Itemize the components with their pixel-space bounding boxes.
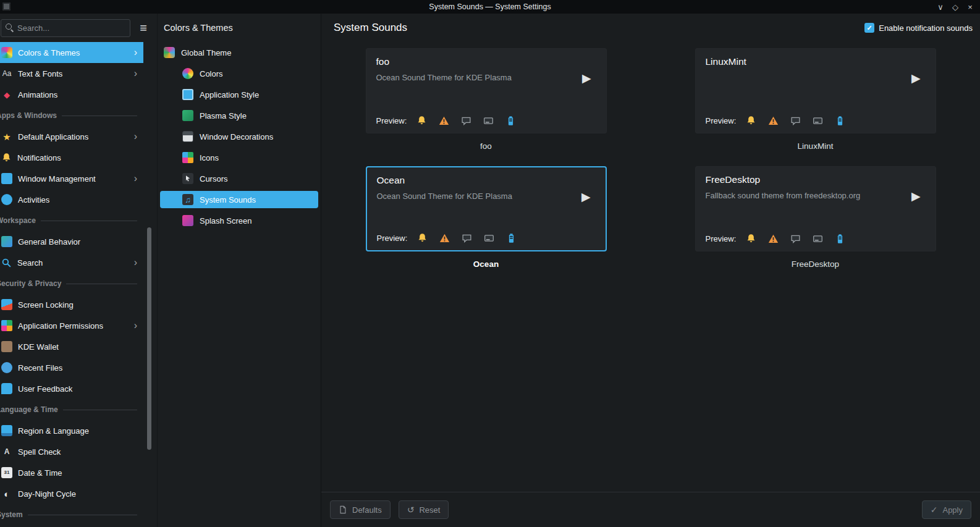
section-label: Workspace xyxy=(0,216,36,225)
reset-button[interactable]: ↺ Reset xyxy=(399,500,449,519)
sidebar-item-label: Region & Language xyxy=(18,426,89,436)
warning-icon[interactable] xyxy=(439,116,449,126)
sidebar-item-spell-check[interactable]: A Spell Check xyxy=(0,441,143,462)
sidebar-item-label: Text & Fonts xyxy=(18,69,62,78)
bell-icon[interactable] xyxy=(416,116,427,126)
sidebar-item-default-applications[interactable]: ★ Default Applications › xyxy=(0,126,143,147)
sidebar-item-label: Window Management xyxy=(18,174,96,183)
grid-cell: LinuxMint ▶ Preview: LinuxMint xyxy=(695,48,936,151)
palette-icon xyxy=(1,47,12,58)
battery-icon[interactable] xyxy=(835,116,845,126)
search-input[interactable] xyxy=(1,19,130,37)
general-behavior-icon xyxy=(1,236,12,247)
subpanel-item-label: Icons xyxy=(200,153,219,162)
sound-theme-card-freedesktop[interactable]: FreeDesktop Fallback sound theme from fr… xyxy=(695,166,936,251)
subpanel-item-label: Application Style xyxy=(200,90,259,99)
subpanel-item-splash-screen[interactable]: Splash Screen xyxy=(158,210,321,231)
close-icon[interactable]: × xyxy=(963,2,978,12)
bell-icon[interactable] xyxy=(746,234,756,244)
speech-bubble-icon[interactable] xyxy=(790,116,801,126)
preview-row: Preview: xyxy=(377,233,517,243)
preview-row: Preview: xyxy=(706,234,846,244)
checkbox-label: Enable notification sounds xyxy=(879,23,973,33)
sound-theme-card-linuxmint[interactable]: LinuxMint ▶ Preview: xyxy=(695,48,936,133)
subpanel-item-application-style[interactable]: Application Style xyxy=(158,84,321,105)
sidebar-item-recent-files[interactable]: Recent Files xyxy=(0,357,143,378)
play-button[interactable]: ▶ xyxy=(581,190,591,204)
search-icon xyxy=(6,23,12,30)
sidebar-item-region-language[interactable]: Region & Language xyxy=(0,420,143,441)
dialog-icon[interactable] xyxy=(484,233,494,243)
sidebar-toolbar: ≡ xyxy=(0,14,157,42)
sidebar-item-day-night-cycle[interactable]: ◐ Day-Night Cycle xyxy=(0,483,143,504)
subpanel-item-cursors[interactable]: Cursors xyxy=(158,168,321,189)
section-divider xyxy=(62,116,137,116)
sidebar-item-search[interactable]: Search › xyxy=(0,252,143,273)
warning-icon[interactable] xyxy=(768,116,779,126)
subpanel-item-icons[interactable]: Icons xyxy=(158,147,321,168)
sidebar-item-application-permissions[interactable]: Application Permissions › xyxy=(0,315,143,336)
subpanel-item-window-decorations[interactable]: Window Decorations xyxy=(158,126,321,147)
minimize-icon[interactable]: ∨ xyxy=(933,2,948,12)
warning-icon[interactable] xyxy=(439,233,450,243)
chevron-right-icon: › xyxy=(134,258,143,268)
play-button[interactable]: ▶ xyxy=(582,71,591,85)
preview-row: Preview: xyxy=(376,116,517,126)
splash-screen-icon xyxy=(182,215,193,226)
bell-icon[interactable] xyxy=(417,233,428,243)
bell-icon xyxy=(1,153,12,163)
subpanel-item-label: Plasma Style xyxy=(200,111,247,120)
bell-icon[interactable] xyxy=(746,116,756,126)
music-note-icon: ♫ xyxy=(182,194,193,205)
sidebar-item-kde-wallet[interactable]: KDE Wallet xyxy=(0,336,143,357)
sidebar-list: Colors & Themes › Aa Text & Fonts › ◆ An… xyxy=(0,42,143,525)
speech-bubble-icon[interactable] xyxy=(461,116,471,126)
card-title: Ocean xyxy=(377,175,596,186)
dialog-icon[interactable] xyxy=(813,116,823,126)
sidebar-item-screen-locking[interactable]: Screen Locking xyxy=(0,294,143,315)
hamburger-menu-icon[interactable]: ≡ xyxy=(130,21,156,35)
subpanel-item-plasma-style[interactable]: Plasma Style xyxy=(158,105,321,126)
subpanel-item-colors[interactable]: Colors xyxy=(158,63,321,84)
subpanel-item-system-sounds[interactable]: ♫ System Sounds xyxy=(160,191,318,208)
subpanel-item-label: Global Theme xyxy=(181,48,231,57)
sidebar-item-text-fonts[interactable]: Aa Text & Fonts › xyxy=(0,63,143,84)
chevron-right-icon: › xyxy=(134,174,143,183)
play-button[interactable]: ▶ xyxy=(911,189,921,203)
subpanel-item-label: Splash Screen xyxy=(200,216,252,226)
speech-bubble-icon[interactable] xyxy=(790,234,801,244)
battery-icon[interactable] xyxy=(835,234,845,244)
maximize-icon[interactable]: ◇ xyxy=(948,2,963,12)
enable-notification-sounds-checkbox[interactable]: ✓ Enable notification sounds xyxy=(864,23,973,33)
section-label: Security & Privacy xyxy=(0,279,61,288)
warning-icon[interactable] xyxy=(768,234,779,244)
sidebar: ≡ Colors & Themes › Aa Text & Fonts › ◆ … xyxy=(0,14,157,527)
sidebar-item-user-feedback[interactable]: User Feedback xyxy=(0,378,143,399)
sidebar-item-label: Colors & Themes xyxy=(18,48,80,57)
sidebar-item-activities[interactable]: Activities xyxy=(0,189,143,210)
play-button[interactable]: ▶ xyxy=(911,71,921,85)
speech-bubble-icon[interactable] xyxy=(462,233,472,243)
subpanel-item-label: Window Decorations xyxy=(200,132,273,141)
battery-icon[interactable] xyxy=(506,233,517,243)
sidebar-scrollbar[interactable] xyxy=(147,227,151,450)
dialog-icon[interactable] xyxy=(483,116,494,126)
sidebar-item-general-behavior[interactable]: General Behavior xyxy=(0,231,143,252)
defaults-button[interactable]: Defaults xyxy=(330,500,391,519)
sidebar-item-animations[interactable]: ◆ Animations xyxy=(0,84,143,105)
defaults-label: Defaults xyxy=(352,505,382,515)
icons-grid-icon xyxy=(182,152,193,163)
apply-button[interactable]: ✓ Apply xyxy=(922,500,971,519)
sidebar-item-window-management[interactable]: Window Management › xyxy=(0,168,143,189)
sound-theme-card-ocean[interactable]: Ocean Ocean Sound Theme for KDE Plasma ▶… xyxy=(366,166,607,251)
window-controls: ∨ ◇ × xyxy=(933,0,978,14)
battery-icon[interactable] xyxy=(505,116,516,126)
sidebar-item-notifications[interactable]: Notifications xyxy=(0,147,143,168)
sidebar-item-colors-themes[interactable]: Colors & Themes › xyxy=(0,42,143,63)
titlebar: System Sounds — System Settings ∨ ◇ × xyxy=(0,0,980,14)
card-description: Fallback sound theme from freedesktop.or… xyxy=(706,191,926,200)
subpanel-item-global-theme[interactable]: Global Theme xyxy=(158,42,321,63)
sidebar-item-date-time[interactable]: 31 Date & Time xyxy=(0,462,143,483)
sound-theme-card-foo[interactable]: foo Ocean Sound Theme for KDE Plasma ▶ P… xyxy=(366,48,607,133)
dialog-icon[interactable] xyxy=(813,234,823,244)
